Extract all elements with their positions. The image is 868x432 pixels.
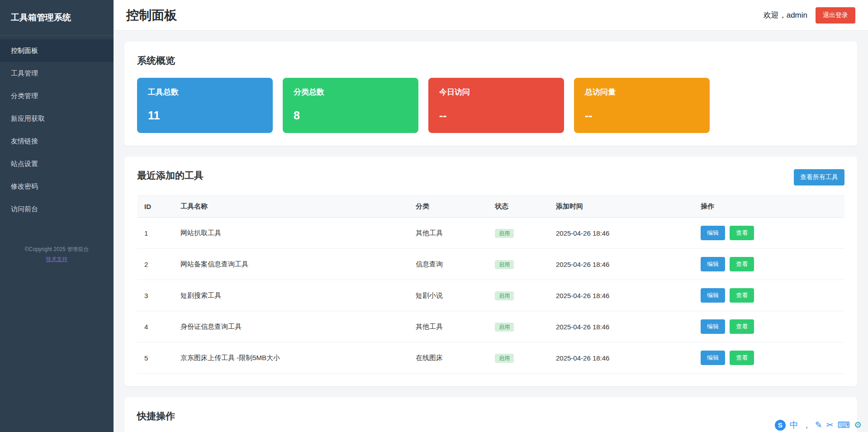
stat-label: 今日访问 bbox=[439, 87, 553, 97]
quick-actions-card: 快捷操作 bbox=[124, 397, 857, 432]
top-header: 控制面板 欢迎，admin 退出登录 bbox=[114, 0, 868, 31]
content-area: 系统概览 工具总数 11 分类总数 8 今日访问 -- bbox=[114, 31, 868, 432]
settings-gear-icon[interactable]: ⚙ bbox=[854, 420, 862, 431]
scissors-icon[interactable]: ✂ bbox=[826, 420, 834, 431]
main-area: 控制面板 欢迎，admin 退出登录 系统概览 工具总数 11 分类总数 8 bbox=[114, 0, 868, 432]
column-header-time: 添加时间 bbox=[549, 196, 693, 218]
stat-card: 今日访问 -- bbox=[428, 78, 564, 133]
stat-value: -- bbox=[439, 109, 553, 122]
cell-actions: 编辑 查看 bbox=[693, 280, 844, 311]
view-button[interactable]: 查看 bbox=[730, 288, 754, 303]
status-badge: 启用 bbox=[495, 260, 514, 269]
stat-card: 总访问量 -- bbox=[574, 78, 710, 133]
copyright-text: ©Copyright 2025 管理后台 bbox=[0, 246, 114, 253]
punctuation-icon[interactable]: ， bbox=[802, 420, 811, 431]
cell-name: 网站备案信息查询工具 bbox=[173, 249, 408, 280]
recent-tools-title: 最近添加的工具 bbox=[137, 169, 204, 182]
cell-time: 2025-04-26 18:46 bbox=[549, 218, 693, 249]
view-button[interactable]: 查看 bbox=[730, 226, 754, 240]
cell-id: 3 bbox=[137, 280, 173, 311]
cell-name: 网站扒取工具 bbox=[173, 218, 408, 249]
header-right: 欢迎，admin 退出登录 bbox=[764, 7, 855, 24]
page-title: 控制面板 bbox=[126, 7, 177, 24]
cell-name: 京东图床上传工具 -限制5MB大小 bbox=[173, 342, 408, 374]
edit-button[interactable]: 编辑 bbox=[701, 319, 725, 334]
cell-time: 2025-04-26 18:46 bbox=[549, 342, 693, 374]
recent-tools-head: 最近添加的工具 查看所有工具 bbox=[137, 169, 844, 185]
stat-label: 分类总数 bbox=[294, 87, 408, 97]
cell-category: 在线图床 bbox=[408, 342, 488, 374]
recent-tools-card: 最近添加的工具 查看所有工具 ID 工具名称 分类 状态 添加时间 操作 bbox=[124, 157, 857, 386]
cell-actions: 编辑 查看 bbox=[693, 249, 844, 280]
edit-button[interactable]: 编辑 bbox=[701, 351, 725, 365]
recent-tools-table: ID 工具名称 分类 状态 添加时间 操作 1 网站扒取工具 其他工具 bbox=[137, 195, 844, 374]
column-header-status: 状态 bbox=[488, 196, 549, 218]
cell-category: 其他工具 bbox=[408, 311, 488, 342]
keyboard-icon[interactable]: ⌨ bbox=[838, 420, 850, 431]
welcome-text: 欢迎，admin bbox=[764, 10, 807, 20]
cell-status: 启用 bbox=[488, 342, 549, 374]
table-row: 2 网站备案信息查询工具 信息查询 启用 2025-04-26 18:46 编辑… bbox=[137, 249, 844, 280]
stat-value: -- bbox=[585, 109, 699, 122]
column-header-actions: 操作 bbox=[693, 196, 844, 218]
stat-card: 分类总数 8 bbox=[283, 78, 418, 133]
cell-actions: 编辑 查看 bbox=[693, 342, 844, 374]
cell-time: 2025-04-26 18:46 bbox=[549, 280, 693, 311]
view-button[interactable]: 查看 bbox=[730, 351, 754, 365]
sidebar-item[interactable]: 新应用获取 bbox=[0, 107, 114, 130]
table-row: 1 网站扒取工具 其他工具 启用 2025-04-26 18:46 编辑 查看 bbox=[137, 218, 844, 249]
chinese-mode-icon[interactable]: 中 bbox=[790, 420, 798, 431]
table-header-row: ID 工具名称 分类 状态 添加时间 操作 bbox=[137, 196, 844, 218]
edit-button[interactable]: 编辑 bbox=[701, 257, 725, 271]
table-row: 4 身份证信息查询工具 其他工具 启用 2025-04-26 18:46 编辑 … bbox=[137, 311, 844, 342]
cell-id: 4 bbox=[137, 311, 173, 342]
column-header-category: 分类 bbox=[408, 196, 488, 218]
sidebar-menu: 控制面板 工具管理 分类管理 新应用获取 友情链接 站点设置 修改密码 访问前台 bbox=[0, 36, 114, 220]
status-badge: 启用 bbox=[495, 229, 514, 238]
cell-status: 启用 bbox=[488, 218, 549, 249]
cell-category: 短剧小说 bbox=[408, 280, 488, 311]
sidebar-item[interactable]: 工具管理 bbox=[0, 62, 114, 85]
cell-category: 其他工具 bbox=[408, 218, 488, 249]
cell-id: 5 bbox=[137, 342, 173, 374]
cell-actions: 编辑 查看 bbox=[693, 311, 844, 342]
sidebar: 工具箱管理系统 控制面板 工具管理 分类管理 新应用获取 友情链接 站点设置 修… bbox=[0, 0, 114, 432]
app-title: 工具箱管理系统 bbox=[0, 0, 114, 36]
cell-time: 2025-04-26 18:46 bbox=[549, 249, 693, 280]
footer-link[interactable]: 技术支持 bbox=[46, 256, 68, 263]
sidebar-item[interactable]: 修改密码 bbox=[0, 175, 114, 198]
sidebar-item[interactable]: 友情链接 bbox=[0, 130, 114, 152]
cell-status: 启用 bbox=[488, 280, 549, 311]
stat-label: 总访问量 bbox=[585, 87, 699, 97]
sidebar-item[interactable]: 分类管理 bbox=[0, 85, 114, 107]
edit-button[interactable]: 编辑 bbox=[701, 288, 725, 303]
cell-name: 短剧搜索工具 bbox=[173, 280, 408, 311]
cell-category: 信息查询 bbox=[408, 249, 488, 280]
pen-icon[interactable]: ✎ bbox=[815, 420, 822, 431]
stat-label: 工具总数 bbox=[148, 87, 262, 97]
quick-actions-title: 快捷操作 bbox=[137, 410, 844, 423]
sidebar-item[interactable]: 站点设置 bbox=[0, 152, 114, 175]
cell-actions: 编辑 查看 bbox=[693, 218, 844, 249]
sidebar-item[interactable]: 访问前台 bbox=[0, 198, 114, 220]
table-row: 5 京东图床上传工具 -限制5MB大小 在线图床 启用 2025-04-26 1… bbox=[137, 342, 844, 374]
cell-name: 身份证信息查询工具 bbox=[173, 311, 408, 342]
logout-button[interactable]: 退出登录 bbox=[816, 7, 855, 24]
sogou-logo-icon[interactable]: S bbox=[775, 420, 786, 431]
view-button[interactable]: 查看 bbox=[730, 319, 754, 334]
column-header-name: 工具名称 bbox=[173, 196, 408, 218]
edit-button[interactable]: 编辑 bbox=[701, 226, 725, 240]
overview-card: 系统概览 工具总数 11 分类总数 8 今日访问 -- bbox=[124, 42, 857, 146]
view-all-tools-button[interactable]: 查看所有工具 bbox=[794, 169, 844, 185]
sidebar-item[interactable]: 控制面板 bbox=[0, 39, 114, 62]
status-badge: 启用 bbox=[495, 291, 514, 300]
overview-title: 系统概览 bbox=[137, 54, 844, 67]
cell-status: 启用 bbox=[488, 249, 549, 280]
table-row: 3 短剧搜索工具 短剧小说 启用 2025-04-26 18:46 编辑 查看 bbox=[137, 280, 844, 311]
column-header-id: ID bbox=[137, 196, 173, 218]
cell-time: 2025-04-26 18:46 bbox=[549, 311, 693, 342]
ime-toolbar: S 中 ， ✎ ✂ ⌨ ⚙ bbox=[775, 420, 862, 431]
stat-value: 11 bbox=[148, 109, 262, 122]
status-badge: 启用 bbox=[495, 323, 514, 332]
view-button[interactable]: 查看 bbox=[730, 257, 754, 271]
